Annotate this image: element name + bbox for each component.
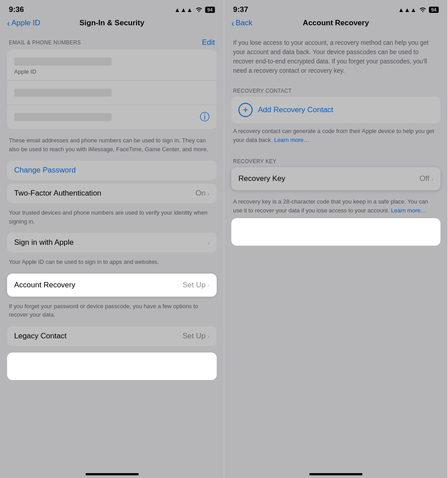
two-factor-chevron: › <box>207 190 210 197</box>
info-icon[interactable]: ⓘ <box>200 110 210 124</box>
back-button-right[interactable]: ‹ Back <box>231 19 252 27</box>
signal-icon: ▲▲▲ <box>174 6 193 13</box>
two-factor-item[interactable]: Two-Factor Authentication On › <box>7 184 217 203</box>
recovery-key-highlighted[interactable]: Recovery Key Off › <box>231 167 440 190</box>
home-bar-left <box>86 473 139 475</box>
recovery-key-value: Off › <box>420 174 433 183</box>
sign-in-apple-label: Sign in with Apple <box>14 238 74 247</box>
sign-in-apple-chevron: › <box>207 239 210 247</box>
back-chevron-left: ‹ <box>7 19 10 27</box>
page-title-right: Account Recovery <box>303 19 369 27</box>
two-factor-value: On › <box>195 189 210 198</box>
intro-text: If you lose access to your account, a re… <box>224 31 448 81</box>
change-password-group[interactable]: Change Password <box>7 161 217 180</box>
status-icons-right: ▲▲▲ 94 <box>398 6 439 13</box>
account-recovery-value: Set Up › <box>183 281 210 290</box>
sign-in-apple-item[interactable]: Sign in with Apple › <box>7 233 217 252</box>
back-apple-id[interactable]: ‹ Apple ID <box>7 19 40 27</box>
apple-id-label: Apple ID <box>14 68 112 75</box>
learn-more-2[interactable]: Learn more… <box>391 207 426 214</box>
recovery-desc: If you forget your password or device pa… <box>0 300 224 326</box>
status-bar-right: 9:37 ▲▲▲ 94 <box>224 0 448 16</box>
legacy-contact-item[interactable]: Legacy Contact Set Up › <box>7 326 217 346</box>
scroll-content-left: Email & Phone Numbers Edit Apple ID ⓘ Th… <box>0 31 224 466</box>
add-recovery-label: Add Recovery Contact <box>258 106 333 114</box>
home-indicator-right <box>224 466 448 478</box>
sign-in-apple-desc: Your Apple ID can be used to sign in to … <box>0 256 224 274</box>
page-title-left: Sign-In & Security <box>79 19 144 27</box>
recovery-key-section-label: Recovery Key <box>224 151 448 167</box>
sign-in-apple-value: › <box>207 239 210 247</box>
legacy-contact-value: Set Up › <box>183 332 210 341</box>
time-left: 9:36 <box>9 5 24 14</box>
recovery-key-desc: A recovery key is a 28-character code th… <box>224 194 448 222</box>
sign-in-apple-group: Sign in with Apple › <box>7 233 217 252</box>
learn-more-1[interactable]: Learn more… <box>274 137 309 143</box>
account-recovery-label: Account Recovery <box>14 281 75 290</box>
phone-blurred-1 <box>14 89 112 97</box>
nav-bar-right: ‹ Back Account Recovery <box>224 16 448 31</box>
wifi-icon-right <box>419 6 426 13</box>
email-phone-desc: These email addresses and phone numbers … <box>0 133 224 161</box>
nav-bar-left: ‹ Apple ID Sign-In & Security <box>0 16 224 31</box>
change-password-btn[interactable]: Change Password <box>14 166 76 175</box>
battery-left: 94 <box>205 7 215 13</box>
back-label-left: Apple ID <box>12 19 40 27</box>
recovery-key-chevron: › <box>431 175 433 183</box>
legacy-contact-chevron: › <box>207 332 210 340</box>
two-factor-label: Two-Factor Authentication <box>14 189 101 198</box>
account-recovery-status: Set Up <box>183 281 206 290</box>
scroll-content-right: If you lose access to your account, a re… <box>224 31 448 466</box>
two-factor-group: Two-Factor Authentication On › <box>7 184 217 203</box>
change-password-item[interactable]: Change Password <box>7 161 217 180</box>
back-label-right: Back <box>236 19 253 27</box>
recovery-contact-section-label: Recovery Contact <box>224 81 448 97</box>
phone-blurred-2 <box>14 113 112 121</box>
wifi-icon <box>195 6 203 13</box>
plus-icon: + <box>238 103 253 117</box>
legacy-contact-label: Legacy Contact <box>14 332 66 341</box>
recovery-contact-desc-text: A recovery contact can generate a code f… <box>233 128 434 143</box>
highlight-cutout <box>7 353 217 380</box>
recovery-key-status: Off <box>420 174 429 183</box>
home-bar-right <box>309 473 362 475</box>
home-indicator-left <box>0 466 224 478</box>
right-phone: 9:37 ▲▲▲ 94 ‹ Back Account Recovery If y… <box>224 0 448 478</box>
legacy-contact-status: Set Up <box>183 332 206 341</box>
edit-button[interactable]: Edit <box>202 38 215 47</box>
phone-field-row-2: ⓘ <box>7 105 217 129</box>
signal-icon-right: ▲▲▲ <box>398 6 417 13</box>
legacy-contact-group: Legacy Contact Set Up › <box>7 326 217 346</box>
section-email-label: Email & Phone Numbers <box>9 39 81 46</box>
account-recovery-chevron: › <box>207 281 210 289</box>
status-icons-left: ▲▲▲ 94 <box>174 6 215 13</box>
two-factor-desc: Your trusted devices and phone numbers a… <box>0 207 224 233</box>
left-phone: 9:36 ▲▲▲ 94 ‹ Apple ID Sign-In & Securit… <box>0 0 224 478</box>
apple-id-field-row: Apple ID <box>7 50 217 81</box>
time-right: 9:37 <box>233 5 248 14</box>
add-recovery-contact-button[interactable]: + Add Recovery Contact <box>231 97 440 123</box>
status-bar-left: 9:36 ▲▲▲ 94 <box>0 0 224 16</box>
recovery-key-label: Recovery Key <box>238 174 285 183</box>
two-factor-status: On <box>195 189 206 198</box>
phone-field-row-1 <box>7 81 217 105</box>
battery-right: 94 <box>429 7 439 13</box>
recovery-contact-desc: A recovery contact can generate a code f… <box>224 123 448 151</box>
back-chevron-right: ‹ <box>231 19 234 27</box>
highlight-cutout-right <box>231 218 440 246</box>
email-phone-group: Apple ID ⓘ <box>7 50 217 129</box>
account-recovery-highlighted[interactable]: Account Recovery Set Up › <box>7 274 217 297</box>
apple-id-blurred <box>14 58 112 66</box>
